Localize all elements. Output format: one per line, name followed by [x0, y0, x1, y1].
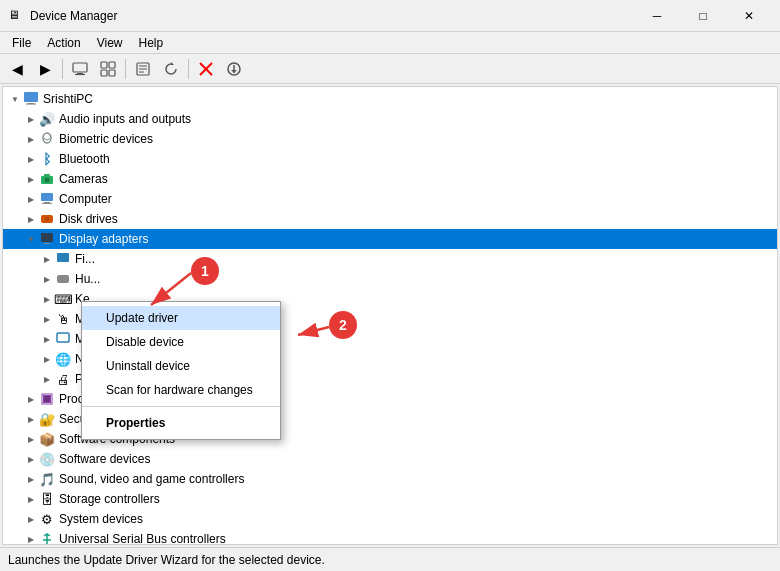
biometric-icon — [39, 131, 55, 147]
tree-item-bluetooth[interactable]: ᛒ Bluetooth — [3, 149, 777, 169]
device-tree: SrishtiPC 🔊 Audio inputs and outputs Bio… — [2, 86, 778, 545]
storage-expander[interactable] — [23, 491, 39, 507]
display-expander[interactable] — [23, 231, 39, 247]
biometric-expander[interactable] — [23, 131, 39, 147]
install-button[interactable] — [221, 57, 247, 81]
root-expander[interactable] — [7, 91, 23, 107]
software-dev-icon: 💿 — [39, 451, 55, 467]
grid-icon — [100, 61, 116, 77]
back-button[interactable]: ◀ — [4, 57, 30, 81]
remove-button[interactable] — [193, 57, 219, 81]
svg-rect-23 — [44, 174, 50, 177]
minimize-button[interactable]: ─ — [634, 0, 680, 32]
svg-rect-5 — [101, 70, 107, 76]
disk-icon — [39, 211, 55, 227]
svg-rect-37 — [44, 396, 50, 402]
disk-expander[interactable] — [23, 211, 39, 227]
bluetooth-icon: ᛒ — [39, 151, 55, 167]
root-label: SrishtiPC — [43, 92, 93, 106]
ctx-disable-device[interactable]: Disable device — [82, 330, 280, 354]
display-icon — [39, 231, 55, 247]
tree-item-firmware[interactable]: Fi... — [3, 249, 777, 269]
security-expander[interactable] — [23, 411, 39, 427]
ctx-properties[interactable]: Properties — [82, 411, 280, 435]
main-content: SrishtiPC 🔊 Audio inputs and outputs Bio… — [0, 84, 780, 547]
print-expander[interactable] — [39, 371, 55, 387]
system-label: System devices — [59, 512, 143, 526]
mice-expander[interactable] — [39, 311, 55, 327]
forward-button[interactable]: ▶ — [32, 57, 58, 81]
toolbar: ◀ ▶ — [0, 54, 780, 84]
tree-root[interactable]: SrishtiPC — [3, 89, 777, 109]
close-button[interactable]: ✕ — [726, 0, 772, 32]
computer-icon — [72, 61, 88, 77]
ctx-uninstall-device[interactable]: Uninstall device — [82, 354, 280, 378]
menu-help[interactable]: Help — [131, 34, 172, 52]
maximize-button[interactable]: □ — [680, 0, 726, 32]
software-dev-expander[interactable] — [23, 451, 39, 467]
tree-item-sound[interactable]: 🎵 Sound, video and game controllers — [3, 469, 777, 489]
computer-icon — [23, 91, 39, 107]
network-expander[interactable] — [39, 351, 55, 367]
ctx-update-driver[interactable]: Update driver — [82, 306, 280, 330]
svg-marker-11 — [171, 62, 174, 65]
tree-item-usb-ctrl[interactable]: Universal Serial Bus controllers — [3, 529, 777, 544]
processors-expander[interactable] — [23, 391, 39, 407]
refresh-button[interactable] — [158, 57, 184, 81]
toolbar-separator-1 — [62, 59, 63, 79]
processors-icon — [39, 391, 55, 407]
callout-1: 1 — [191, 257, 219, 285]
biometric-label: Biometric devices — [59, 132, 153, 146]
sound-expander[interactable] — [23, 471, 39, 487]
ctx-scan-hardware[interactable]: Scan for hardware changes — [82, 378, 280, 402]
properties-icon — [135, 61, 151, 77]
show-computer-button[interactable] — [67, 57, 93, 81]
cameras-expander[interactable] — [23, 171, 39, 187]
security-icon: 🔐 — [39, 411, 55, 427]
bluetooth-label: Bluetooth — [59, 152, 110, 166]
tree-item-system[interactable]: ⚙ System devices — [3, 509, 777, 529]
tree-item-display[interactable]: Display adapters — [3, 229, 777, 249]
svg-rect-34 — [57, 333, 69, 342]
system-icon: ⚙ — [39, 511, 55, 527]
remove-icon — [198, 61, 214, 77]
menu-file[interactable]: File — [4, 34, 39, 52]
menu-action[interactable]: Action — [39, 34, 88, 52]
svg-rect-4 — [109, 62, 115, 68]
system-expander[interactable] — [23, 511, 39, 527]
network-icon: 🌐 — [55, 351, 71, 367]
cameras-label: Cameras — [59, 172, 108, 186]
tree-item-hid[interactable]: Hu... — [3, 269, 777, 289]
usb-ctrl-expander[interactable] — [23, 531, 39, 544]
software-comp-icon: 📦 — [39, 431, 55, 447]
tree-item-biometric[interactable]: Biometric devices — [3, 129, 777, 149]
svg-point-29 — [46, 218, 48, 220]
keyboard-icon: ⌨ — [55, 291, 71, 307]
software-comp-expander[interactable] — [23, 431, 39, 447]
menu-view[interactable]: View — [89, 34, 131, 52]
svg-point-22 — [45, 178, 50, 183]
hid-expander[interactable] — [39, 271, 55, 287]
tree-item-software-dev[interactable]: 💿 Software devices — [3, 449, 777, 469]
audio-expander[interactable] — [23, 111, 39, 127]
bluetooth-expander[interactable] — [23, 151, 39, 167]
properties-button[interactable] — [130, 57, 156, 81]
storage-icon: 🗄 — [39, 491, 55, 507]
monitor-sub-icon — [55, 251, 71, 267]
install-icon — [226, 61, 242, 77]
monitors-expander[interactable] — [39, 331, 55, 347]
sound-icon: 🎵 — [39, 471, 55, 487]
tree-item-computer[interactable]: Computer — [3, 189, 777, 209]
toolbar-separator-2 — [125, 59, 126, 79]
firmware-expander[interactable] — [39, 251, 55, 267]
tree-item-cameras[interactable]: Cameras — [3, 169, 777, 189]
tree-item-disk[interactable]: Disk drives — [3, 209, 777, 229]
computer-expander[interactable] — [23, 191, 39, 207]
display-label: Display adapters — [59, 232, 148, 246]
show-devices-button[interactable] — [95, 57, 121, 81]
app-icon: 🖥 — [8, 8, 24, 24]
tree-item-storage[interactable]: 🗄 Storage controllers — [3, 489, 777, 509]
tree-item-audio[interactable]: 🔊 Audio inputs and outputs — [3, 109, 777, 129]
status-bar: Launches the Update Driver Wizard for th… — [0, 547, 780, 571]
hid-icon — [55, 271, 71, 287]
